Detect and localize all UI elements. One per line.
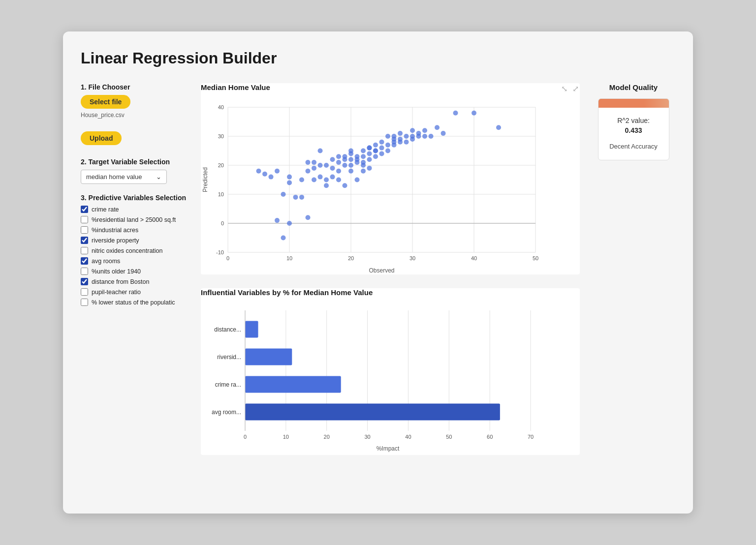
app-container: Linear Regression Builder 1. File Choose… [63, 31, 693, 514]
svg-point-28 [262, 172, 267, 177]
svg-point-40 [318, 163, 323, 168]
svg-point-52 [343, 157, 347, 162]
variable-label: avg rooms [92, 258, 120, 265]
variable-checkbox-4[interactable] [81, 247, 88, 254]
svg-point-107 [379, 151, 384, 156]
checkbox-item: avg rooms [81, 257, 189, 265]
checkbox-item: %units older 1940 [81, 268, 189, 275]
bar-chart-area: 010203040506070%Impactdistance...riversi… [201, 301, 580, 455]
variable-checkbox-0[interactable] [81, 206, 88, 213]
chevron-down-icon: ⌄ [156, 173, 161, 181]
svg-point-110 [398, 140, 403, 145]
target-variable-title: 2. Target Variable Selection [81, 158, 189, 166]
svg-point-35 [299, 178, 304, 182]
expand-icon[interactable]: ⤡ [560, 83, 568, 94]
svg-text:10: 10 [283, 434, 289, 440]
svg-point-113 [416, 134, 421, 139]
svg-point-91 [281, 236, 286, 241]
right-panel: Model Quality R^2 value: 0.433 Decent Ac… [592, 83, 675, 496]
svg-point-84 [429, 134, 434, 139]
checkbox-item: nitric oxides concentration [81, 247, 189, 254]
svg-point-33 [287, 180, 292, 185]
svg-point-71 [385, 143, 390, 148]
variable-checkbox-9[interactable] [81, 299, 88, 306]
variable-label: pupil-teacher ratio [92, 289, 141, 296]
svg-text:Observed: Observed [369, 267, 394, 274]
file-name-label: House_price.csv [81, 112, 189, 119]
svg-rect-133 [245, 349, 292, 365]
svg-point-77 [398, 131, 403, 136]
svg-point-34 [293, 195, 298, 200]
variable-checkbox-7[interactable] [81, 278, 88, 285]
svg-point-93 [299, 195, 304, 200]
target-variable-dropdown[interactable]: median home value ⌄ [81, 170, 167, 184]
scatter-icon-group: ⤡ ⤢ [560, 83, 580, 94]
svg-point-104 [367, 166, 372, 171]
model-quality-card: R^2 value: 0.433 Decent Accuracy [598, 98, 669, 160]
center-panel: Median Home Value ⤡ ⤢ 01020304050-100102… [189, 83, 592, 496]
svg-text:20: 20 [348, 255, 354, 261]
checkbox-item: pupil-teacher ratio [81, 288, 189, 296]
svg-point-56 [348, 149, 353, 153]
main-layout: 1. File Chooser Select file House_price.… [81, 83, 675, 496]
svg-point-98 [336, 178, 341, 182]
svg-point-109 [392, 143, 397, 148]
svg-text:10: 10 [218, 191, 224, 197]
checkbox-item: %residential land > 25000 sq.ft [81, 216, 189, 223]
select-file-button[interactable]: Select file [81, 95, 130, 109]
svg-point-97 [330, 175, 335, 180]
svg-point-61 [361, 149, 366, 153]
target-variable-value: median home value [86, 173, 142, 181]
variable-label: riverside property [92, 237, 139, 244]
variable-label: distance from Boston [92, 278, 149, 285]
svg-point-54 [348, 163, 353, 168]
variable-label: %units older 1940 [92, 268, 141, 275]
variable-checkbox-8[interactable] [81, 288, 88, 296]
svg-text:20: 20 [218, 162, 224, 168]
variable-checkbox-6[interactable] [81, 268, 88, 275]
svg-point-99 [343, 183, 347, 188]
svg-point-46 [330, 166, 335, 171]
svg-point-55 [348, 157, 353, 162]
svg-text:20: 20 [324, 434, 330, 440]
svg-text:60: 60 [487, 434, 493, 440]
app-title: Linear Regression Builder [81, 49, 675, 67]
model-quality-body: R^2 value: 0.433 Decent Accuracy [598, 108, 669, 160]
svg-point-78 [404, 134, 409, 139]
r2-value: 0.433 [604, 126, 663, 134]
svg-text:avg room...: avg room... [212, 409, 241, 416]
svg-rect-137 [245, 404, 500, 421]
svg-point-68 [373, 154, 378, 159]
variable-label: % lower status of the populatic [92, 299, 175, 306]
svg-text:30: 30 [364, 434, 370, 440]
svg-rect-135 [245, 376, 341, 393]
bar-svg: 010203040506070%Impactdistance...riversi… [201, 301, 545, 453]
svg-point-30 [275, 169, 280, 174]
svg-text:70: 70 [528, 434, 534, 440]
svg-text:0: 0 [221, 220, 224, 226]
svg-point-69 [379, 146, 384, 151]
variable-label: crime rate [92, 206, 119, 213]
shrink-icon[interactable]: ⤢ [571, 83, 580, 94]
svg-point-67 [373, 143, 378, 148]
variable-label: nitric oxides concentration [92, 247, 163, 254]
svg-point-88 [472, 111, 476, 116]
checkbox-item: riverside property [81, 237, 189, 244]
svg-point-108 [385, 149, 390, 153]
svg-point-95 [312, 178, 316, 182]
scatter-svg: 01020304050-10010203040ObservedPredicted [201, 97, 545, 274]
variable-checkbox-3[interactable] [81, 237, 88, 244]
variable-checkbox-2[interactable] [81, 226, 88, 234]
target-variable-section: 2. Target Variable Selection median home… [81, 158, 189, 184]
svg-point-89 [496, 125, 501, 130]
svg-text:40: 40 [218, 104, 224, 110]
svg-point-41 [318, 175, 323, 180]
svg-point-96 [324, 183, 329, 188]
variable-checkbox-1[interactable] [81, 216, 88, 223]
variable-checkbox-5[interactable] [81, 257, 88, 265]
bar-chart-container: Influential Variables by % for Median Ho… [201, 288, 580, 455]
svg-point-80 [410, 128, 415, 133]
upload-button[interactable]: Upload [81, 131, 122, 145]
svg-text:%Impact: %Impact [377, 445, 400, 452]
svg-point-86 [441, 131, 446, 136]
